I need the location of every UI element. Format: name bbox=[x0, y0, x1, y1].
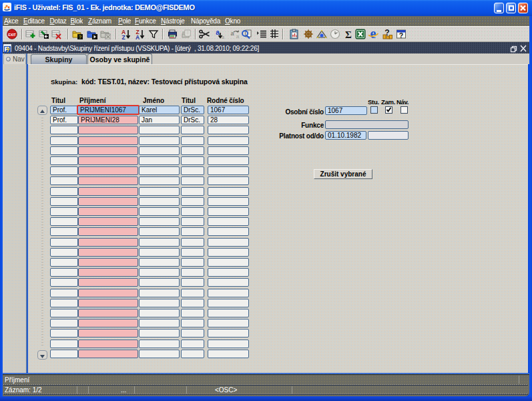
svg-text:a: a bbox=[236, 33, 240, 39]
svg-text:a: a bbox=[216, 29, 220, 36]
svg-text:a: a bbox=[222, 35, 224, 39]
svg-text:e: e bbox=[370, 29, 376, 39]
svg-text:Z: Z bbox=[121, 34, 125, 40]
svg-text:?: ? bbox=[384, 29, 389, 37]
svg-text:A: A bbox=[136, 34, 140, 40]
svg-text:a: a bbox=[230, 30, 234, 37]
svg-text:?: ? bbox=[79, 35, 81, 39]
svg-text:Σ: Σ bbox=[345, 29, 352, 39]
svg-text:EXIT: EXIT bbox=[8, 33, 16, 37]
svg-text:?: ? bbox=[399, 31, 403, 39]
